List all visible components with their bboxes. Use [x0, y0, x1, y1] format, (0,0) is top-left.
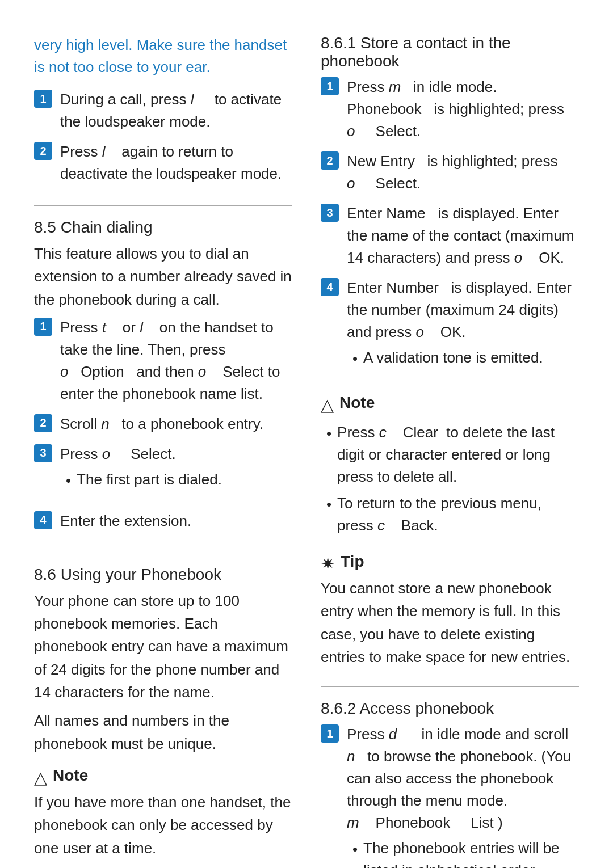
tip-box: ✷ Tip	[321, 553, 579, 574]
step-badge-a1: 1	[321, 724, 339, 743]
step-text-c2: Scroll n to a phonebook entry.	[60, 413, 292, 435]
right-column: 8.6.1 Store a contact in the phonebook 1…	[321, 34, 579, 868]
step-item: 2 Press l again to return to deactivate …	[34, 141, 292, 185]
bullet-list: • A validation tone is emitted.	[347, 347, 579, 374]
section-85-body: This feature allows you to dial an exten…	[34, 242, 292, 311]
bullet-dot: •	[326, 494, 331, 516]
step-text-a1: Press d in idle mode and scroll n to bro…	[347, 723, 579, 834]
step-badge-2: 2	[34, 142, 52, 160]
bullet-item: • A validation tone is emitted.	[352, 347, 579, 370]
bullet-dot: •	[326, 423, 331, 445]
step-item: 3 Enter Name is displayed. Enter the nam…	[321, 203, 579, 269]
step-badge-s1: 1	[321, 77, 339, 95]
bullet-dot: •	[66, 470, 71, 492]
two-column-layout: very high level. Make sure the handset i…	[34, 34, 579, 868]
tip-text: You cannot store a new phonebook entry w…	[321, 577, 579, 668]
step-text-c4: Enter the extension.	[60, 510, 292, 532]
section-86-heading: 8.6 Using your Phonebook	[34, 566, 292, 584]
step-text-1: During a call, press l to activate the l…	[60, 89, 292, 133]
section-861-heading: 8.6.1 Store a contact in the phonebook	[321, 34, 579, 70]
tip-icon: ✷	[321, 554, 335, 574]
bullet-item: • Press c Clear to delete the last digit…	[326, 422, 579, 488]
step-badge-s4: 4	[321, 278, 339, 296]
divider-2	[34, 553, 292, 553]
step-item: 4 Enter the extension.	[34, 510, 292, 532]
step-badge-1: 1	[34, 90, 52, 108]
note-label: Note	[339, 394, 375, 412]
section-85-heading: 8.5 Chain dialing	[34, 218, 292, 237]
step-item: 3 Press o Select. • The first part is di…	[34, 443, 292, 502]
step-text-c1: Press t or l on the handset to take the …	[60, 317, 292, 405]
divider-1	[34, 205, 292, 206]
step-badge-c4: 4	[34, 511, 52, 529]
step-item: 4 Enter Number is displayed. Enter the n…	[321, 277, 579, 380]
step-text-s4: Enter Number is displayed. Enter the num…	[347, 277, 579, 343]
bullet-item: • To return to the previous menu, press …	[326, 492, 579, 537]
note-box-86: △ Note	[34, 766, 292, 787]
section-862-heading: 8.6.2 Access phonebook	[321, 700, 579, 718]
divider-right-1	[321, 686, 579, 687]
access-steps: 1 Press d in idle mode and scroll n to b…	[321, 723, 579, 868]
note-icon: △	[34, 768, 47, 787]
step-badge-c1: 1	[34, 318, 52, 336]
step-text-c3: Press o Select.	[60, 443, 292, 465]
step-badge-s2: 2	[321, 151, 339, 170]
note-box-861: △ Note	[321, 394, 579, 415]
step-item: 2 Scroll n to a phonebook entry.	[34, 413, 292, 435]
bullet-text: Press c Clear to delete the last digit o…	[337, 422, 579, 488]
step-text-2: Press l again to return to deactivate th…	[60, 141, 292, 185]
bullet-text: To return to the previous menu, press c …	[337, 492, 579, 537]
section-86-body1: Your phone can store up to 100 phonebook…	[34, 589, 292, 703]
step-badge-c3: 3	[34, 444, 52, 462]
bullet-text: The first part is dialed.	[77, 469, 222, 491]
note-text-86: If you have more than one handset, the p…	[34, 791, 292, 859]
step-text-s1: Press m in idle mode. Phonebook is highl…	[347, 76, 579, 142]
bullet-dot: •	[352, 838, 358, 861]
note-icon: △	[321, 395, 334, 415]
step-item: 1 Press t or l on the handset to take th…	[34, 317, 292, 405]
step-badge-s3: 3	[321, 204, 339, 222]
bullet-item: • The phonebook entries will be listed i…	[352, 837, 579, 868]
section-86-body2: All names and numbers in the phonebook m…	[34, 709, 292, 755]
tip-label: Tip	[341, 553, 364, 571]
step-text-s3: Enter Name is displayed. Enter the name …	[347, 203, 579, 269]
intro-text: very high level. Make sure the handset i…	[34, 34, 292, 78]
step-item: 1 During a call, press l to activate the…	[34, 89, 292, 133]
chain-dialing-steps: 1 Press t or l on the handset to take th…	[34, 317, 292, 540]
step-item: 1 Press m in idle mode. Phonebook is hig…	[321, 76, 579, 142]
note-bullets: • Press c Clear to delete the last digit…	[321, 422, 579, 541]
bullet-text: A validation tone is emitted.	[363, 347, 543, 369]
bullet-list: • The phonebook entries will be listed i…	[347, 837, 579, 868]
store-steps: 1 Press m in idle mode. Phonebook is hig…	[321, 76, 579, 388]
note-label: Note	[53, 766, 88, 785]
step-item: 2 New Entry is highlighted; press o Sele…	[321, 150, 579, 195]
step-text-s2: New Entry is highlighted; press o Select…	[347, 150, 579, 195]
bullet-text: The phonebook entries will be listed in …	[363, 837, 579, 868]
page-container: very high level. Make sure the handset i…	[0, 0, 613, 868]
bullet-item: • The first part is dialed.	[66, 469, 292, 492]
left-column: very high level. Make sure the handset i…	[34, 34, 292, 868]
bullet-dot: •	[352, 348, 358, 370]
loudspeaker-steps: 1 During a call, press l to activate the…	[34, 89, 292, 193]
bullet-list: • The first part is dialed.	[60, 469, 292, 496]
step-badge-c2: 2	[34, 414, 52, 432]
step-item: 1 Press d in idle mode and scroll n to b…	[321, 723, 579, 868]
